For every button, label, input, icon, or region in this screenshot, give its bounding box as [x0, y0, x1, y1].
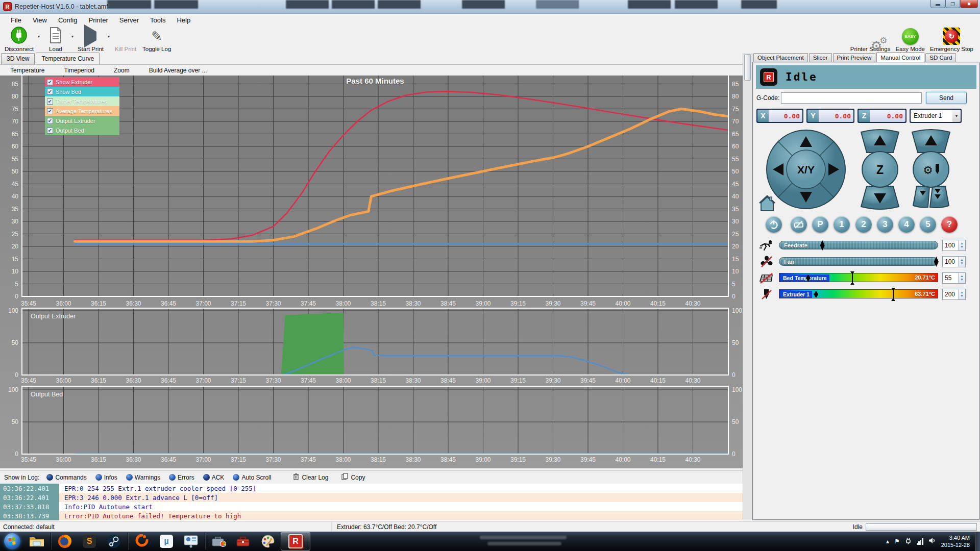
tab-3d-view[interactable]: 3D View [1, 53, 35, 64]
taskbar-sublime-text[interactable]: S [78, 532, 101, 550]
menu-view[interactable]: View [27, 15, 53, 26]
taskbar-clock[interactable]: 3:40 AM2015-12-28 [941, 534, 973, 548]
preset-4-button[interactable]: 4 [898, 216, 915, 233]
copy-button[interactable]: Copy [341, 473, 365, 482]
legend-item-output-extruder[interactable]: ✔Output Extruder [45, 116, 119, 126]
menu-server[interactable]: Server [114, 15, 144, 26]
feedrate-slider[interactable]: Feedrate [779, 241, 938, 249]
start-print-button[interactable]: Start Print [75, 26, 106, 53]
tab-print-preview[interactable]: Print Preview [833, 53, 876, 62]
tab-sd-card[interactable]: SD Card [925, 53, 956, 62]
legend-item-average-temperatures[interactable]: ✔Average Temperatures [45, 106, 119, 116]
action-center-flag-icon[interactable]: ⚑ [894, 538, 900, 545]
spinner-arrows-icon[interactable]: ▲▼ [958, 257, 965, 267]
feedrate-value-spinner[interactable]: 100▲▼ [942, 240, 966, 251]
chevron-up-icon[interactable]: ▴ [886, 538, 889, 545]
log-filter-commands[interactable]: Commands [46, 474, 86, 481]
taskbar-repetier-host-active[interactable]: R [281, 532, 310, 550]
checkbox-icon[interactable]: ✔ [47, 108, 53, 114]
minimize-button[interactable]: ▬ [930, 0, 945, 8]
taskbar-utorrent[interactable]: µ [155, 532, 178, 550]
spinner-arrows-icon[interactable]: ▲▼ [958, 240, 965, 251]
help-button[interactable]: ? [941, 216, 958, 233]
disconnect-dropdown-arrow[interactable]: ▼ [36, 27, 41, 45]
spinner-arrows-icon[interactable]: ▲▼ [958, 289, 965, 299]
heated-bed-off-button[interactable] [791, 216, 807, 233]
load-button[interactable]: Load [41, 26, 70, 53]
power-plug-icon[interactable] [905, 537, 912, 546]
xy-jog-pad[interactable]: X/Y [767, 130, 845, 209]
checkbox-icon[interactable]: ✔ [47, 98, 53, 105]
chart-menu-buildaverageover[interactable]: Build Average over ... [149, 67, 207, 74]
emergency-stop-button[interactable]: ↻Emergency Stop [927, 26, 976, 53]
log-filter-errors[interactable]: Errors [169, 474, 194, 481]
menu-help[interactable]: Help [171, 15, 196, 26]
taskbar-origin[interactable] [130, 532, 154, 550]
menu-printer[interactable]: Printer [83, 15, 113, 26]
extruder-jog-control[interactable]: ⚙ [912, 130, 950, 208]
chart-scrollbar[interactable] [743, 53, 752, 519]
checkbox-icon[interactable]: ✔ [47, 79, 53, 85]
tab-object-placement[interactable]: Object Placement [753, 53, 808, 62]
chart-menu-zoom[interactable]: Zoom [114, 67, 130, 74]
show-desktop-button[interactable] [975, 532, 980, 551]
printer-settings-button[interactable]: ⚙⚙Printer Settings [848, 26, 893, 53]
preset-1-button[interactable]: 1 [834, 216, 850, 233]
taskbar-steam[interactable] [102, 532, 126, 550]
spinner-arrows-icon[interactable]: ▲▼ [958, 273, 965, 283]
log-filter-infos[interactable]: Infos [95, 474, 117, 481]
menu-config[interactable]: Config [53, 15, 83, 26]
legend-item-show-extruder[interactable]: ✔Show Extruder [45, 77, 119, 87]
fan-slider-handle[interactable] [934, 257, 939, 267]
home-button[interactable] [760, 196, 775, 211]
power-button[interactable] [766, 216, 782, 233]
checkbox-icon[interactable]: ✔ [47, 89, 53, 95]
start-print-dropdown-arrow[interactable]: ▼ [106, 27, 111, 45]
taskbar-paint-palette[interactable] [256, 532, 280, 550]
feedrate-slider-handle[interactable] [820, 240, 825, 251]
log-filter-ack[interactable]: ACK [203, 474, 225, 481]
park-button[interactable]: P [812, 216, 828, 233]
gcode-input[interactable] [781, 92, 922, 104]
legend-item-target-temperatures[interactable]: ✔Target Temperatures [45, 96, 119, 106]
taskbar-admin-toolbox[interactable] [207, 532, 231, 550]
checkbox-icon[interactable]: ✔ [47, 128, 53, 134]
taskbar-explorer[interactable] [25, 532, 48, 550]
maximize-button[interactable]: ❐ [945, 0, 960, 8]
taskbar-red-toolbox[interactable] [232, 532, 255, 550]
tab-manual-control[interactable]: Manual Control [876, 52, 924, 62]
z-jog-control[interactable]: Z [861, 130, 899, 209]
fan-slider[interactable]: Fan [779, 257, 938, 266]
bed-temperature-value-spinner[interactable]: 55▲▼ [942, 272, 966, 284]
bed-temperature-slider[interactable]: Bed Temperature20.71°C [779, 273, 938, 282]
tab-temperature-curve[interactable]: Temperature Curve [36, 53, 100, 64]
menu-tools[interactable]: Tools [144, 15, 171, 26]
network-signal-icon[interactable] [917, 538, 923, 545]
taskbar-display-settings[interactable] [179, 532, 203, 550]
checkbox-icon[interactable]: ✔ [47, 118, 53, 124]
disconnect-button[interactable]: Disconnect [2, 26, 36, 53]
extruder-select[interactable]: Extruder 1 ▼ [910, 109, 962, 123]
toggle-log-button[interactable]: ✎Toggle Log [140, 26, 174, 53]
extruder-1-slider-handle[interactable] [814, 291, 818, 298]
fan-value-spinner[interactable]: 100▲▼ [942, 256, 966, 267]
chart-menu-timeperiod[interactable]: Timeperiod [64, 67, 94, 74]
easy-mode-button[interactable]: EASYEasy Mode [893, 26, 927, 53]
taskbar-start-orb[interactable] [1, 532, 24, 550]
load-dropdown-arrow[interactable]: ▼ [70, 27, 75, 45]
taskbar-firefox[interactable] [53, 532, 77, 550]
send-button[interactable]: Send [926, 92, 967, 104]
legend-item-show-bed[interactable]: ✔Show Bed [45, 87, 119, 96]
tab-slicer[interactable]: Slicer [809, 53, 832, 62]
preset-5-button[interactable]: 5 [920, 216, 936, 233]
volume-icon[interactable] [928, 537, 936, 545]
legend-item-output-bed[interactable]: ✔Output Bed [45, 126, 119, 135]
menu-file[interactable]: File [5, 15, 27, 26]
preset-2-button[interactable]: 2 [855, 216, 872, 233]
close-button[interactable]: ✖ [960, 0, 978, 8]
extruder-1-value-spinner[interactable]: 200▲▼ [942, 289, 966, 300]
clear-log-button[interactable]: Clear Log [293, 473, 328, 482]
extruder-1-slider[interactable]: Extruder 163.71°C [779, 289, 938, 298]
log-filter-auto-scroll[interactable]: Auto Scroll [233, 474, 271, 481]
chart-menu-temperature[interactable]: Temperature [10, 67, 44, 74]
